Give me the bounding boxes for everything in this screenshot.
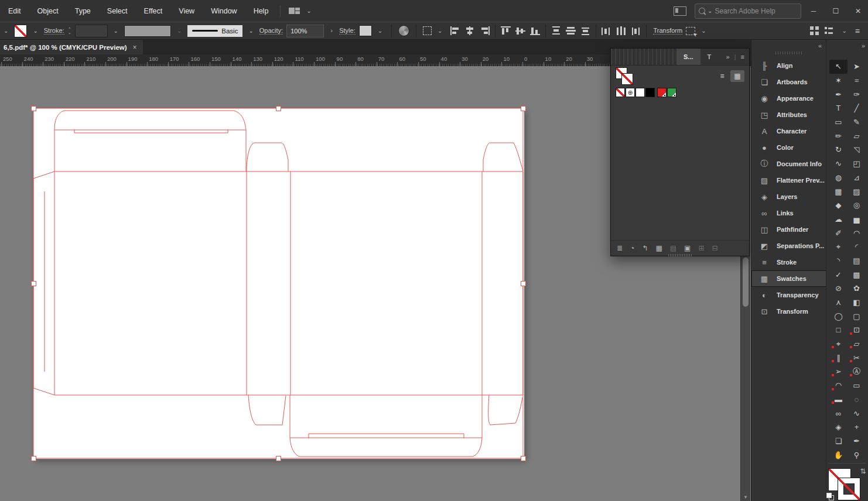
- plugin-circles-tool[interactable]: ◯: [829, 309, 848, 323]
- plugin-crosshair-tool[interactable]: ⌖: [829, 337, 848, 351]
- panel-tab-s[interactable]: S...: [676, 49, 700, 65]
- dock-item-separations-p[interactable]: ◩Separations P...: [751, 238, 826, 254]
- dock-item-links[interactable]: ∞Links: [751, 205, 826, 221]
- plugin-rounded-rect-tool[interactable]: ▢: [848, 309, 866, 323]
- plugin-page-plus-tool[interactable]: ❏: [829, 434, 848, 448]
- close-button[interactable]: ✕: [848, 4, 868, 19]
- selection-handle[interactable]: [31, 456, 36, 461]
- plugin-crosshair-plus-tool[interactable]: +: [848, 420, 866, 434]
- swap-fill-stroke-icon[interactable]: ⇄: [859, 468, 867, 474]
- align-horizontal-right-icon[interactable]: [480, 26, 490, 35]
- plugin-curve-point-tool[interactable]: ◜: [848, 240, 866, 254]
- plugin-butterfly-tool[interactable]: ✿: [848, 282, 866, 296]
- align-vertical-bottom-icon[interactable]: [530, 26, 540, 35]
- line-segment-tool[interactable]: ╱: [848, 101, 866, 115]
- stroke-label[interactable]: Stroke:: [44, 27, 64, 35]
- fill-stroke-proxy[interactable]: [616, 67, 635, 85]
- distribute-vertical-top-icon[interactable]: [551, 26, 561, 35]
- stroke-chevron-icon[interactable]: ⌄: [33, 28, 37, 34]
- registration-swatch[interactable]: ⊕: [626, 88, 635, 97]
- add-selected-swatches-icon[interactable]: ↰: [642, 244, 648, 252]
- green-swatch[interactable]: [667, 88, 676, 97]
- dock-item-flattener-prev[interactable]: ▨Flattener Prev...: [751, 172, 826, 188]
- eraser-tool[interactable]: ▱: [848, 129, 866, 143]
- opacity-label[interactable]: Opacity:: [259, 27, 283, 35]
- style-chevron-icon[interactable]: ⌄: [378, 28, 382, 34]
- grid-view-icon[interactable]: ▦: [730, 70, 744, 82]
- new-color-group-grid-icon[interactable]: ▦: [655, 244, 662, 252]
- plugin-bar-tool[interactable]: ▬: [829, 393, 848, 407]
- distribute-horizontal-right-icon[interactable]: [631, 26, 641, 35]
- search-chevron-icon[interactable]: ⌄: [708, 8, 712, 14]
- align-vertical-top-icon[interactable]: [501, 26, 511, 35]
- selection-handle[interactable]: [276, 456, 281, 461]
- mesh-tool[interactable]: ▦: [829, 184, 848, 198]
- plugin-arc-point-tool[interactable]: ◠: [829, 379, 848, 393]
- symbol-sprayer-tool[interactable]: ☁: [829, 212, 848, 227]
- plugin-pen-knife-tool[interactable]: ✒: [848, 434, 866, 448]
- new-folder-icon[interactable]: ▣: [684, 244, 691, 252]
- dock-item-align[interactable]: ╟Align: [751, 57, 826, 74]
- minimize-button[interactable]: ─: [804, 4, 823, 19]
- column-graph-tool[interactable]: ▅: [848, 212, 866, 227]
- selection-handle[interactable]: [31, 106, 36, 111]
- opacity-arrow-icon[interactable]: ›: [327, 25, 336, 37]
- plugin-check-brush-tool[interactable]: ✓: [829, 267, 848, 282]
- menu-item-type[interactable]: Type: [67, 0, 99, 22]
- fill-chevron-icon[interactable]: ⌄: [4, 28, 8, 34]
- graphic-style-swatch[interactable]: [359, 25, 372, 36]
- rotate-tool[interactable]: ↻: [829, 143, 848, 157]
- dock-item-document-info[interactable]: ⓘDocument Info: [751, 156, 826, 172]
- measure-ruler-tool[interactable]: ▤: [848, 254, 866, 268]
- dock-item-appearance[interactable]: ◉Appearance: [751, 90, 826, 107]
- red-swatch[interactable]: [657, 88, 667, 97]
- free-transform-tool[interactable]: ◰: [848, 157, 866, 171]
- split-selection-tool[interactable]: ◧: [848, 296, 866, 310]
- curvature-tool[interactable]: ✑: [848, 87, 866, 101]
- eyedropper-tool[interactable]: ◆: [829, 198, 848, 212]
- align-horizontal-left-icon[interactable]: [450, 26, 460, 35]
- menu-item-help[interactable]: Help: [245, 0, 277, 22]
- black-swatch[interactable]: [645, 88, 655, 97]
- stroke-weight-input[interactable]: [75, 25, 108, 37]
- workspace-switcher-icon[interactable]: [289, 6, 302, 15]
- scrollbar-thumb[interactable]: [743, 258, 749, 307]
- document-tab[interactable]: 6,5.pdf* @ 100 % (CMYK/CPU Preview) ×: [0, 40, 143, 54]
- plugin-walk-tool[interactable]: ⋏: [829, 296, 848, 310]
- tools-collapse-icon[interactable]: »: [862, 42, 865, 49]
- panel-menu-icon[interactable]: ≡: [741, 53, 744, 60]
- gradient-tool[interactable]: ▨: [848, 184, 866, 198]
- control-panel-menu-icon[interactable]: ≡: [855, 26, 860, 36]
- selection-handle[interactable]: [31, 281, 36, 286]
- default-fill-stroke-icon[interactable]: [826, 493, 835, 501]
- stroke-none-swatch[interactable]: [14, 25, 27, 37]
- plugin-knife-plus-tool[interactable]: ✂: [848, 351, 866, 365]
- panel-resize-grip[interactable]: [668, 254, 692, 256]
- selection-handle[interactable]: [521, 456, 526, 461]
- dock-item-color[interactable]: ●Color: [751, 139, 826, 156]
- menu-item-select[interactable]: Select: [99, 0, 136, 22]
- maximize-button[interactable]: ☐: [826, 4, 846, 19]
- rectangle-tool[interactable]: ▭: [829, 115, 848, 129]
- dock-item-attributes[interactable]: ◳Attributes: [751, 107, 826, 123]
- arrange-documents-icon[interactable]: [810, 26, 819, 35]
- workspace-layout-chevron-icon[interactable]: ⌄: [842, 28, 846, 34]
- dock-item-stroke[interactable]: ≡Stroke: [751, 254, 826, 270]
- plugin-no-zoom-tool[interactable]: ⊘: [829, 282, 848, 296]
- show-swatch-kinds-icon[interactable]: ◔: [630, 244, 634, 252]
- white-swatch[interactable]: [635, 88, 645, 97]
- brush-definition-dropdown[interactable]: Basic: [187, 25, 242, 37]
- selection-handle[interactable]: [521, 106, 526, 111]
- dock-item-pathfinder[interactable]: ◫Pathfinder: [751, 221, 826, 238]
- stroke-weight-chevron-icon[interactable]: ⌄: [114, 28, 118, 34]
- direct-selection-tool[interactable]: ➤: [848, 60, 866, 74]
- width-profile-dropdown[interactable]: [124, 25, 171, 37]
- swatch-list-empty-area[interactable]: [611, 98, 749, 240]
- shape-builder-tool[interactable]: ◍: [829, 171, 848, 185]
- scrollbar-down-icon[interactable]: ▾: [741, 494, 750, 500]
- align-vertical-center-icon[interactable]: [515, 26, 525, 35]
- width-tool[interactable]: ∿: [829, 157, 848, 171]
- list-view-icon[interactable]: ≡: [715, 70, 729, 82]
- menu-item-window[interactable]: Window: [203, 0, 245, 22]
- opacity-input[interactable]: 100%: [286, 25, 324, 37]
